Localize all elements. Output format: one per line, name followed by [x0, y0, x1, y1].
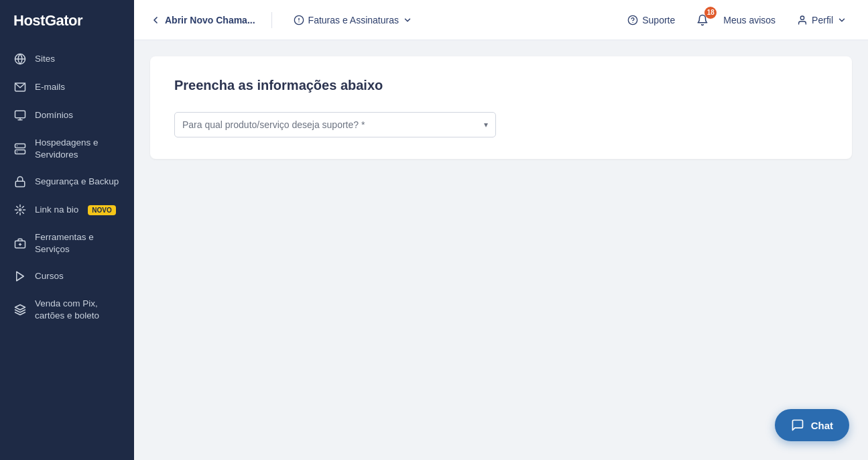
svg-marker-15 [17, 272, 24, 281]
sidebar-item-sites[interactable]: Sites [5, 46, 129, 72]
svg-point-21 [800, 16, 804, 19]
topbar-divider-1 [271, 12, 272, 28]
content-area: Preencha as informações abaixo ▾ Para qu… [134, 40, 868, 460]
support-label: Suporte [642, 15, 675, 25]
email-icon [13, 80, 27, 94]
chat-button[interactable]: Chat [775, 409, 849, 441]
sidebar-item-hospedagens-label: Hospedagens e Servidores [35, 137, 121, 160]
sidebar-item-linkbio[interactable]: Link na bio NOVO [5, 196, 129, 223]
novo-badge: NOVO [88, 205, 115, 215]
back-button[interactable]: Abrir Novo Chama... [150, 15, 255, 25]
tools-icon [13, 237, 27, 250]
server-icon [13, 142, 27, 156]
notifications-label: Meus avisos [723, 15, 776, 25]
product-select[interactable] [174, 112, 496, 137]
sidebar-nav: Sites E-mails Domínios Hospedagens e Ser… [0, 42, 134, 460]
sidebar-item-venda-label: Venda com Pix, cartões e boleto [35, 298, 121, 321]
globe-icon [13, 52, 27, 66]
profile-label: Perfil [812, 15, 833, 25]
sidebar-item-ferramentas-label: Ferramentas e Serviços [35, 231, 121, 255]
main-area: Abrir Novo Chama... Faturas e Assinatura… [134, 0, 868, 460]
sidebar-item-emails[interactable]: E-mails [5, 74, 129, 101]
svg-point-11 [19, 209, 21, 211]
link-icon [13, 203, 27, 217]
support-button[interactable]: Suporte [622, 12, 680, 28]
sidebar: HostGator Sites E-mails Domínios Hospeda… [0, 0, 134, 460]
sidebar-item-dominios[interactable]: Domínios [5, 102, 129, 129]
billing-menu[interactable]: Faturas e Assinaturas [288, 12, 418, 28]
domain-icon [13, 109, 27, 122]
notifications-button[interactable]: 18 Meus avisos [691, 11, 781, 29]
user-icon [797, 15, 808, 25]
topbar-right: Suporte 18 Meus avisos Perfil [622, 11, 852, 29]
form-card: Preencha as informações abaixo ▾ Para qu… [150, 56, 852, 159]
svg-rect-3 [15, 111, 25, 118]
product-select-field: ▾ Para qual produto/serviço deseja supor… [174, 112, 496, 137]
back-label: Abrir Novo Chama... [165, 15, 255, 25]
chat-icon [791, 418, 804, 432]
sidebar-item-seguranca[interactable]: Segurança e Backup [5, 168, 129, 195]
svg-rect-10 [15, 181, 25, 186]
billing-label: Faturas e Assinaturas [308, 15, 399, 25]
profile-chevron-icon [837, 15, 847, 25]
pix-icon [13, 303, 27, 317]
sidebar-item-hospedagens[interactable]: Hospedagens e Servidores [5, 130, 129, 167]
sidebar-item-emails-label: E-mails [35, 81, 65, 93]
brand-logo: HostGator [0, 0, 134, 42]
sidebar-item-seguranca-label: Segurança e Backup [35, 176, 119, 188]
topbar: Abrir Novo Chama... Faturas e Assinatura… [134, 0, 868, 40]
chat-label: Chat [811, 420, 833, 431]
sidebar-item-cursos-label: Cursos [35, 270, 64, 282]
chevron-down-icon [403, 15, 412, 25]
card-title: Preencha as informações abaixo [174, 78, 828, 93]
sidebar-item-ferramentas[interactable]: Ferramentas e Serviços [5, 225, 129, 262]
sidebar-item-sites-label: Sites [35, 53, 55, 65]
sidebar-item-dominios-label: Domínios [35, 109, 73, 121]
notifications-badge: 18 [704, 7, 717, 19]
profile-button[interactable]: Perfil [792, 12, 852, 28]
courses-icon [13, 270, 27, 283]
sidebar-item-venda[interactable]: Venda com Pix, cartões e boleto [5, 291, 129, 328]
sidebar-item-cursos[interactable]: Cursos [5, 263, 129, 290]
lock-icon [13, 175, 27, 188]
support-icon [627, 15, 638, 25]
sidebar-item-linkbio-label: Link na bio [35, 204, 78, 216]
